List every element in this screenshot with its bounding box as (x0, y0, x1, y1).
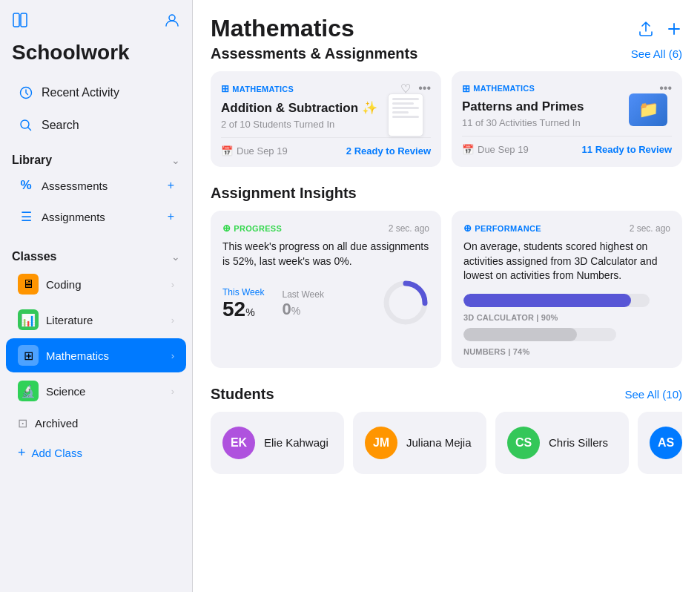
card-tag-label-0: ⊞ MATHEMATICS (221, 83, 294, 94)
header-actions (638, 21, 682, 41)
perf-bar-fill-0 (463, 294, 631, 307)
student-avatar-2: CS (507, 427, 540, 459)
assignments-see-all[interactable]: See All (6) (631, 47, 682, 60)
sidebar-item-search[interactable]: Search (6, 110, 186, 141)
sidebar-item-assessments[interactable]: % Assessments + (6, 171, 186, 200)
performance-tag: ⊕ PERFORMANCE (463, 223, 541, 234)
progress-timestamp: 2 sec. ago (389, 223, 429, 234)
progress-icon: ⊕ (222, 223, 231, 234)
sidebar-item-mathematics[interactable]: ⊞ Mathematics › (6, 338, 186, 372)
search-icon (18, 117, 34, 134)
calendar-icon-0: 📅 (221, 145, 233, 157)
sidebar-item-recent-activity[interactable]: Recent Activity (6, 77, 186, 108)
last-week-stat: Last Week 0% (282, 289, 323, 319)
add-assessments-icon[interactable]: + (168, 179, 174, 192)
profile-icon[interactable] (164, 12, 180, 32)
performance-bars: 3D CALCULATOR | 90% NUMBERS | 74% (463, 294, 670, 356)
insights-section-title: Assignment Insights (211, 185, 357, 202)
student-card-3[interactable]: AS AbbiStein (638, 412, 682, 474)
card-review-1: 11 Ready to Review (582, 144, 672, 155)
student-avatar-3: AS (650, 427, 682, 459)
student-name-0: Elie Kahwagi (264, 436, 328, 449)
science-label: Science (46, 385, 85, 398)
progress-stats: This Week 52% Last Week 0% (222, 279, 429, 329)
student-card-2[interactable]: CS Chris Sillers (495, 412, 629, 474)
mathematics-label: Mathematics (46, 349, 109, 362)
calendar-icon-1: 📅 (462, 144, 474, 155)
add-button[interactable] (666, 21, 682, 41)
performance-icon: ⊕ (463, 223, 472, 234)
progress-card-header: ⊕ PROGRESS 2 sec. ago (222, 223, 429, 234)
progress-text: This week's progress on all due assignme… (222, 240, 429, 269)
svg-point-2 (169, 15, 175, 21)
sidebar-toggle-icon[interactable] (12, 12, 28, 32)
assessments-icon: % (18, 177, 34, 194)
student-name-2: Chris Sillers (549, 436, 608, 449)
assignment-cards: ⊞ MATHEMATICS ♡ ••• Addition & Subtracti… (211, 71, 682, 167)
students-section-title: Students (211, 386, 274, 403)
sidebar: Schoolwork Recent Activity Search Librar… (0, 0, 193, 592)
science-chevron-icon: › (171, 386, 174, 397)
add-class-icon: + (18, 445, 26, 461)
classes-section-header[interactable]: Classes ⌄ (12, 250, 180, 263)
last-week-value: 0% (282, 300, 323, 319)
sidebar-item-assignments[interactable]: ☰ Assignments + (6, 202, 186, 231)
performance-text: On average, students scored highest on a… (463, 240, 670, 283)
assignment-card-0[interactable]: ⊞ MATHEMATICS ♡ ••• Addition & Subtracti… (211, 71, 441, 167)
page-title: Mathematics (211, 15, 354, 42)
add-assignments-icon[interactable]: + (168, 210, 174, 223)
svg-rect-1 (21, 13, 27, 27)
student-card-0[interactable]: EK Elie Kahwagi (211, 412, 344, 474)
library-section-header[interactable]: Library ⌄ (12, 154, 180, 167)
classes-title: Classes (12, 250, 57, 263)
classes-section: Classes ⌄ (0, 238, 192, 266)
student-name-1: Juliana Mejia (406, 436, 472, 449)
literature-class-icon: 📊 (18, 309, 39, 330)
sidebar-item-archived[interactable]: ⊡ Archived (6, 410, 186, 437)
assignments-section-header: Assessments & Assignments See All (6) (211, 45, 682, 62)
share-button[interactable] (638, 21, 654, 41)
main-content: Mathematics Assessments & Assignments Se… (193, 0, 700, 592)
app-title: Schoolwork (0, 38, 192, 76)
classes-chevron-icon: ⌄ (171, 251, 180, 263)
card-footer-0: 📅 Due Sep 19 2 Ready to Review (221, 137, 431, 157)
last-week-label: Last Week (282, 289, 323, 300)
search-label: Search (42, 119, 79, 132)
students-section: Students See All (10) EK Elie Kahwagi JM… (211, 386, 682, 474)
literature-label: Literature (46, 314, 93, 326)
progress-tag: ⊕ PROGRESS (222, 223, 282, 234)
science-class-icon: 🔬 (18, 381, 39, 401)
coding-label: Coding (46, 278, 82, 291)
students-see-all[interactable]: See All (10) (624, 388, 682, 401)
assessments-label: Assessments (42, 180, 108, 192)
sidebar-item-coding[interactable]: 🖥 Coding › (6, 267, 186, 301)
archived-icon: ⊡ (18, 416, 27, 430)
card-tag-icon-1: ⊞ (462, 83, 470, 94)
insights-section-header: Assignment Insights (211, 185, 682, 202)
assignments-section: Assessments & Assignments See All (6) ⊞ … (211, 45, 682, 167)
clock-icon (18, 85, 34, 101)
sidebar-header (0, 0, 192, 38)
card-due-0: 📅 Due Sep 19 (221, 145, 288, 157)
this-week-stat: This Week 52% (222, 287, 264, 321)
add-class-button[interactable]: + Add Class (6, 438, 186, 467)
donut-chart (382, 279, 429, 329)
sidebar-item-science[interactable]: 🔬 Science › (6, 374, 186, 408)
assignment-card-1[interactable]: ⊞ MATHEMATICS ••• Patterns and Primes 11… (452, 71, 682, 167)
assignments-icon: ☰ (18, 208, 34, 225)
coding-class-icon: 🖥 (18, 274, 39, 295)
mathematics-chevron-icon: › (171, 350, 174, 361)
students-section-header: Students See All (10) (211, 386, 682, 403)
performance-timestamp: 2 sec. ago (630, 223, 670, 234)
card-thumbnail-0 (388, 93, 431, 139)
card-review-0: 2 Ready to Review (346, 145, 431, 157)
perf-bar-row-1 (463, 328, 670, 341)
perf-bar-track-1 (463, 328, 616, 341)
insights-cards: ⊕ PROGRESS 2 sec. ago This week's progre… (211, 211, 682, 368)
perf-bar-label-0: 3D CALCULATOR | 90% (463, 313, 670, 322)
coding-chevron-icon: › (171, 279, 174, 290)
student-avatar-1: JM (365, 427, 397, 459)
student-card-1[interactable]: JM Juliana Mejia (353, 412, 486, 474)
sidebar-item-literature[interactable]: 📊 Literature › (6, 303, 186, 337)
mathematics-class-icon: ⊞ (18, 345, 39, 366)
